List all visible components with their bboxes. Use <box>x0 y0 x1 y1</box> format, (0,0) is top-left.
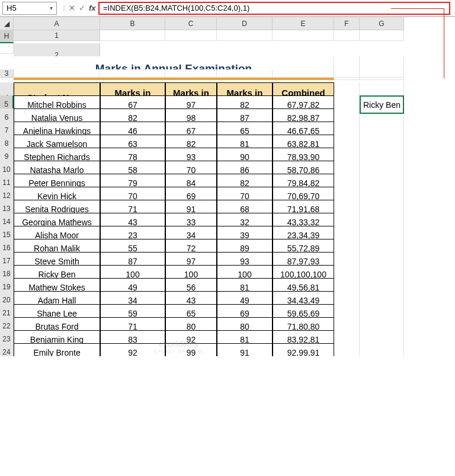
formula-text: =INDEX(B5:B24,MATCH(100,C5:C24,0),1) <box>103 4 249 12</box>
cell-blank <box>100 69 165 78</box>
cell-blank <box>165 69 217 78</box>
col-header-H[interactable]: H <box>0 30 14 43</box>
table-cell[interactable]: Emily Bronte <box>14 343 100 356</box>
col-header-E[interactable]: E <box>273 17 334 30</box>
table-cell[interactable]: 92,99,91 <box>273 343 334 356</box>
cell-blank <box>273 30 334 41</box>
cell-blank <box>0 43 14 54</box>
row-header-24[interactable]: 24 <box>0 343 14 356</box>
row-header-3[interactable]: 3 <box>0 69 14 78</box>
table-cell[interactable]: 91 <box>217 343 273 356</box>
enter-icon[interactable]: ✓ <box>79 4 85 12</box>
cell-blank <box>334 69 360 78</box>
cell-blank <box>14 69 100 78</box>
active-cell-value: Ricky Ben <box>363 100 400 110</box>
col-header-B[interactable]: B <box>100 17 165 30</box>
cell-blank <box>165 30 217 41</box>
cell-blank <box>273 69 334 78</box>
table-cell[interactable]: 92 <box>100 343 165 356</box>
cell-blank[interactable] <box>360 343 404 356</box>
formula-bar[interactable]: =INDEX(B5:B24,MATCH(100,C5:C24,0),1) <box>98 2 450 15</box>
cell-blank <box>217 69 273 78</box>
row-header-1[interactable]: 1 <box>14 30 100 41</box>
cell-blank <box>217 30 273 41</box>
select-all-corner[interactable]: ◢ <box>0 17 14 30</box>
name-box[interactable]: H5 ▾ <box>2 2 57 15</box>
formula-bar-row: H5 ▾ ⁞ ✕ ✓ fx =INDEX(B5:B24,MATCH(100,C5… <box>0 0 455 17</box>
cell-blank[interactable] <box>334 343 360 356</box>
fx-icon[interactable]: fx <box>89 4 96 12</box>
col-header-D[interactable]: D <box>217 17 273 30</box>
cell-blank <box>360 30 404 41</box>
name-box-value: H5 <box>7 4 17 12</box>
col-header-G[interactable]: G <box>360 17 404 30</box>
cancel-icon[interactable]: ✕ <box>69 4 75 12</box>
fx-buttons: ⁞ ✕ ✓ fx <box>63 4 98 12</box>
col-header-C[interactable]: C <box>165 17 217 30</box>
spreadsheet-grid[interactable]: ◢ABCDEFGH12Marks in Annual Examination34… <box>0 17 455 356</box>
col-header-F[interactable]: F <box>334 17 360 30</box>
active-cell-H5[interactable]: Ricky Ben <box>360 95 404 114</box>
col-header-A[interactable]: A <box>14 17 100 30</box>
cell-blank <box>334 30 360 41</box>
cell-blank <box>100 30 165 41</box>
cell-blank <box>360 69 404 78</box>
chevron-down-icon[interactable]: ▾ <box>50 5 53 11</box>
table-cell[interactable]: 99exceldemyEXCEL · DATA · BI <box>165 343 217 356</box>
